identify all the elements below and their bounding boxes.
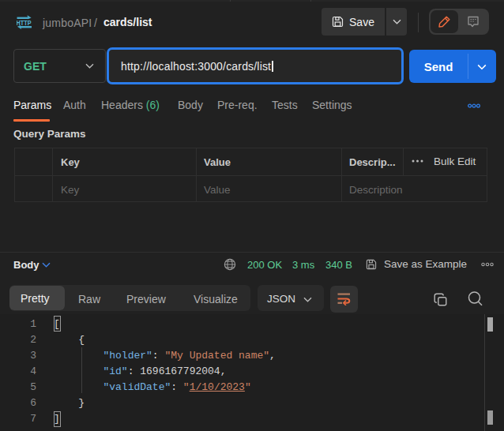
svg-text:HTTP: HTTP [17,19,32,27]
